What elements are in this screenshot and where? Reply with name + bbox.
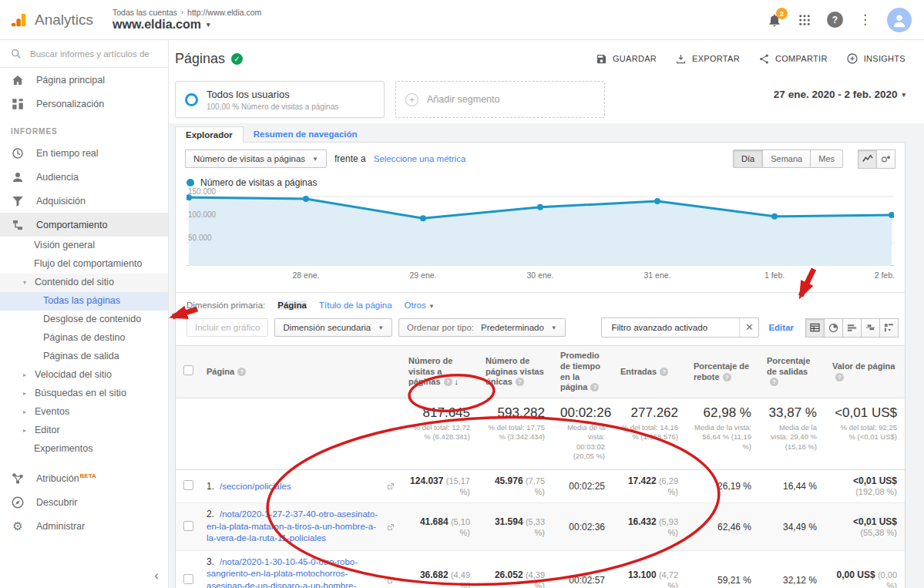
notifications-button[interactable]: 2 xyxy=(767,12,782,28)
metric-dropdown[interactable]: Número de visitas a páginas ▼ xyxy=(185,150,327,168)
day-button[interactable]: Día xyxy=(733,150,763,168)
help-icon[interactable]: ? xyxy=(237,368,246,376)
row-checkbox[interactable] xyxy=(183,480,193,490)
row-index: 2. xyxy=(207,509,214,519)
x-axis-label: 31 ene. xyxy=(643,270,670,280)
tab-explorer[interactable]: Explorador xyxy=(175,126,244,143)
open-in-new-icon[interactable] xyxy=(387,576,395,584)
tab-navigation-summary[interactable]: Resumen de navegación xyxy=(244,126,368,142)
export-button[interactable]: EXPORTAR xyxy=(675,53,740,65)
column-header-page[interactable]: Página? xyxy=(199,346,401,398)
avatar[interactable] xyxy=(887,8,912,32)
week-button[interactable]: Semana xyxy=(762,150,811,168)
dimension-other[interactable]: Otros ▼ xyxy=(405,301,435,310)
apps-grid-icon[interactable] xyxy=(798,13,811,27)
column-header-unique-pageviews[interactable]: Número de páginas vistas únicas? xyxy=(478,346,553,398)
sidebar-item-behavior-flow[interactable]: Flujo del comportamiento xyxy=(0,255,168,274)
sidebar-item-site-content[interactable]: ▾ Contenido del sitio xyxy=(0,274,168,292)
analytics-logo[interactable]: Analytics xyxy=(0,12,108,29)
sidebar-item-all-pages[interactable]: Todas las páginas xyxy=(0,292,168,311)
sidebar-item-site-search[interactable]: ▸ Búsquedas en el sitio xyxy=(0,385,168,403)
sidebar-item-acquisition[interactable]: Adquisición xyxy=(0,189,168,213)
sidebar-item-exit-pages[interactable]: Páginas de salida xyxy=(0,348,168,366)
help-icon[interactable]: ? xyxy=(660,368,668,376)
motion-chart-view-button[interactable] xyxy=(876,150,895,169)
help-icon[interactable]: ? xyxy=(770,378,778,386)
sidebar-search[interactable] xyxy=(0,40,168,68)
secondary-dimension-dropdown[interactable]: Dimensión secundaria ▼ xyxy=(274,318,392,337)
sidebar-item-content-drilldown[interactable]: Desglose de contenido xyxy=(0,311,168,329)
data-point[interactable] xyxy=(654,198,660,204)
page-link[interactable]: /nota/2020-1-30-10-45-0-otro-robo-sangri… xyxy=(207,557,358,588)
column-header-page-value[interactable]: Valor de página? xyxy=(825,346,905,398)
page-link[interactable]: /seccion/policiales xyxy=(220,482,291,491)
row-checkbox[interactable] xyxy=(183,521,193,531)
search-icon xyxy=(10,48,22,60)
cell-unique-pageviews: 45.976 (7,75 %) xyxy=(478,470,553,503)
save-button[interactable]: GUARDAR xyxy=(596,53,657,65)
row-checkbox[interactable] xyxy=(183,574,193,584)
performance-view-button[interactable] xyxy=(842,318,862,338)
open-in-new-icon[interactable] xyxy=(387,523,395,531)
more-options-icon[interactable]: ⋮ xyxy=(858,13,872,26)
help-icon[interactable]: ? xyxy=(827,12,843,28)
share-button[interactable]: COMPARTIR xyxy=(758,53,828,65)
line-chart-view-button[interactable] xyxy=(858,150,877,169)
help-icon[interactable]: ? xyxy=(444,378,452,386)
sidebar-item-home[interactable]: Página principal xyxy=(0,68,168,92)
data-point[interactable] xyxy=(771,213,778,220)
column-header-exit-rate[interactable]: Porcentaje de salidas? xyxy=(759,346,825,398)
property-selector[interactable]: www.eldia.com ▾ xyxy=(113,18,767,32)
column-header-pageviews[interactable]: Número de visitas a páginas?↓ xyxy=(401,346,478,398)
help-icon[interactable]: ? xyxy=(516,378,524,386)
y-axis-label: 150.000 xyxy=(188,187,216,196)
sidebar-item-experiments[interactable]: Experimentos xyxy=(0,440,168,459)
breadcrumb-account[interactable]: Todas las cuentas xyxy=(113,8,177,17)
data-point[interactable] xyxy=(303,196,309,202)
pivot-view-button[interactable] xyxy=(879,318,899,338)
column-header-entrances[interactable]: Entradas? xyxy=(613,346,686,398)
dimension-page[interactable]: Página xyxy=(277,301,307,310)
insights-button[interactable]: INSIGHTS xyxy=(846,52,906,65)
sidebar-item-customization[interactable]: Personalización xyxy=(0,92,168,116)
select-all-checkbox[interactable] xyxy=(183,365,193,375)
sidebar-item-publisher[interactable]: ▸ Editor xyxy=(0,422,168,440)
column-header-bounce-rate[interactable]: Porcentaje de rebote? xyxy=(686,346,759,398)
sidebar-item-discover[interactable]: Descubrir xyxy=(0,490,168,514)
breadcrumb[interactable]: Todas las cuentas › http://www.eldia.com xyxy=(113,8,767,17)
sort-type-dropdown[interactable]: Ordenar por tipo: Predeterminado ▼ xyxy=(398,318,566,337)
comparison-view-button[interactable] xyxy=(861,318,880,338)
search-input[interactable] xyxy=(30,49,158,59)
date-range-selector[interactable]: 27 ene. 2020 - 2 feb. 2020 ▾ xyxy=(774,81,906,100)
sidebar-item-realtime[interactable]: En tiempo real xyxy=(0,141,168,165)
help-icon[interactable]: ? xyxy=(723,373,731,381)
column-header-avg-time[interactable]: Promedio de tiempo en la página? xyxy=(553,346,613,398)
close-icon[interactable]: ✕ xyxy=(739,318,758,337)
data-view-button[interactable] xyxy=(805,318,825,338)
sidebar-item-behavior-overview[interactable]: Visión general xyxy=(0,237,168,255)
sidebar-item-landing-pages[interactable]: Páginas de destino xyxy=(0,329,168,348)
percentage-view-button[interactable] xyxy=(824,318,843,338)
edit-filter-link[interactable]: Editar xyxy=(768,323,794,332)
sidebar-collapse-button[interactable]: ‹ xyxy=(154,568,159,583)
sidebar-item-behavior[interactable]: Comportamiento xyxy=(0,213,168,237)
month-button[interactable]: Mes xyxy=(810,150,843,168)
sidebar-item-events[interactable]: ▸ Eventos xyxy=(0,403,168,422)
add-segment-button[interactable]: + Añadir segmento xyxy=(395,81,605,118)
totals-row: 817.645% del total: 12,72 % (6.428.341) … xyxy=(176,398,905,470)
sidebar-item-admin[interactable]: ⚙ Administrar xyxy=(0,514,168,538)
page-link[interactable]: /nota/2020-1-27-2-37-40-otro-asesinato-e… xyxy=(207,509,378,543)
sidebar-item-audience[interactable]: Audiencia xyxy=(0,165,168,189)
property-name: www.eldia.com xyxy=(113,18,201,32)
sidebar-item-attribution[interactable]: AtribuciónBETA xyxy=(0,466,168,490)
breadcrumb-property[interactable]: http://www.eldia.com xyxy=(187,8,261,17)
data-point[interactable] xyxy=(537,204,543,210)
sidebar-item-site-speed[interactable]: ▸ Velocidad del sitio xyxy=(0,366,168,385)
segment-all-users[interactable]: Todos los usuarios 100,00 % Número de vi… xyxy=(175,81,385,118)
dimension-page-title[interactable]: Título de la página xyxy=(319,301,392,310)
open-in-new-icon[interactable] xyxy=(387,482,395,490)
select-metric-link[interactable]: Seleccione una métrica xyxy=(374,154,466,163)
help-icon[interactable]: ? xyxy=(590,383,599,391)
help-icon[interactable]: ? xyxy=(835,373,844,381)
data-point[interactable] xyxy=(420,215,426,221)
